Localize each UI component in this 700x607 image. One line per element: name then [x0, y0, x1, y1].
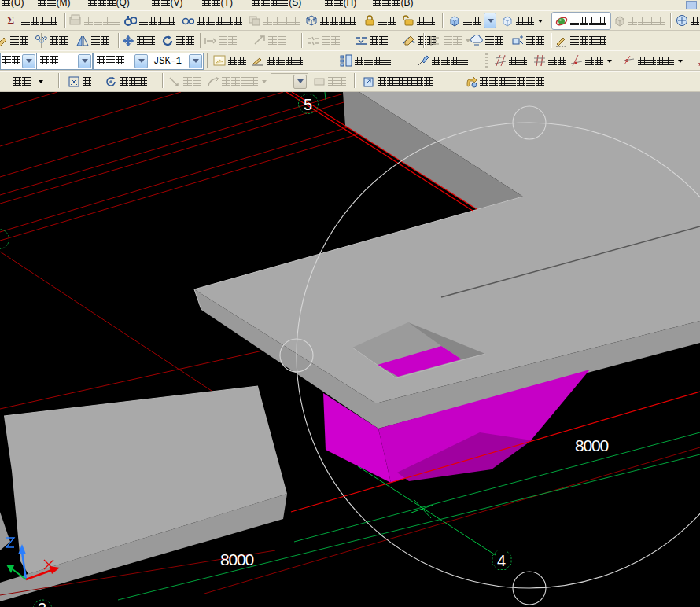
- svg-text:8000: 8000: [220, 550, 253, 568]
- svg-text:8000: 8000: [575, 436, 608, 454]
- svg-text:4: 4: [497, 552, 506, 569]
- svg-text:Σ: Σ: [7, 15, 14, 27]
- svg-text:3: 3: [38, 600, 46, 607]
- svg-text:5: 5: [304, 96, 312, 113]
